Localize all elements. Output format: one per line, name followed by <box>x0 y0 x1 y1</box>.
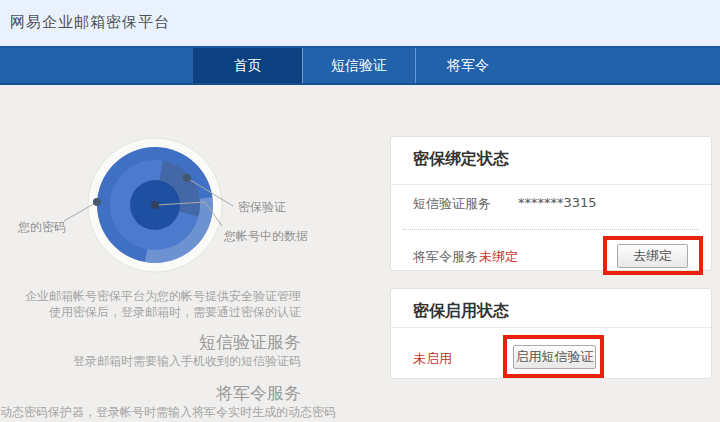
main-nav: 首页 短信验证 将军令 <box>0 46 720 85</box>
token-service-desc: 动态密码保护器，登录帐号时需输入将军令实时生成的动态密码 <box>0 404 301 420</box>
sms-service-desc: 登录邮箱时需要输入手机收到的短信验证码 <box>0 353 301 369</box>
binding-panel-title: 密保绑定状态 <box>413 149 509 170</box>
dot-verify <box>183 174 191 182</box>
diagram-core-disk <box>130 180 180 230</box>
diagram-outer-disk <box>97 147 213 263</box>
dotted-divider <box>403 229 699 230</box>
tab-general-token[interactable]: 将军令 <box>415 48 520 83</box>
enable-sms-button[interactable]: 启用短信验证 <box>513 345 596 369</box>
sms-service-title: 短信验证服务 <box>0 332 301 352</box>
panel-divider <box>391 327 711 328</box>
intro-line-1: 企业邮箱帐号密保平台为您的帐号提供安全验证管理 <box>0 288 301 304</box>
diagram-mid-disk <box>110 160 200 250</box>
tab-token-label: 将军令 <box>447 57 489 75</box>
token-service-row-label: 将军令服务 <box>413 248 478 266</box>
diagram-light-sector <box>145 197 213 263</box>
sms-masked-phone: *******3315 <box>518 195 597 210</box>
tab-sms-label: 短信验证 <box>331 57 387 75</box>
intro-line-2: 使用密保后，登录邮箱时，需要通过密保的认证 <box>0 304 301 320</box>
tab-home[interactable]: 首页 <box>193 48 302 83</box>
go-bind-button[interactable]: 去绑定 <box>617 244 688 268</box>
intro-text-block: 企业邮箱帐号密保平台为您的帐号提供安全验证管理 使用密保后，登录邮箱时，需要通过… <box>0 282 301 420</box>
label-account-data: 您帐号中的数据 <box>224 228 308 245</box>
token-unbound-status: 未绑定 <box>479 248 518 266</box>
diagram-halo-ring <box>88 138 222 272</box>
header: 网易企业邮箱密保平台 <box>0 0 720 46</box>
dot-password <box>93 198 101 206</box>
sms-service-row-label: 短信验证服务 <box>413 195 491 213</box>
binding-status-panel: 密保绑定状态 短信验证服务 *******3315 将军令服务 未绑定 去绑定 <box>390 136 712 271</box>
connector-password <box>64 202 97 221</box>
panel-divider <box>391 184 711 185</box>
enable-panel-title: 密保启用状态 <box>413 301 509 322</box>
tab-sms-verification[interactable]: 短信验证 <box>302 48 415 83</box>
token-service-title: 将军令服务 <box>0 383 301 403</box>
diagram-dark-sector <box>155 161 200 217</box>
dot-data <box>151 201 159 209</box>
enable-status-panel: 密保启用状态 未启用 启用短信验证 <box>390 288 712 379</box>
connector-verify <box>187 178 233 206</box>
label-security-verify: 密保验证 <box>238 199 286 216</box>
page-title: 网易企业邮箱密保平台 <box>10 13 170 32</box>
not-enabled-status: 未启用 <box>413 350 452 368</box>
connector-data <box>157 202 222 226</box>
security-platform-page: 网易企业邮箱密保平台 首页 短信验证 将军令 您的密码 <box>0 0 720 422</box>
tab-home-label: 首页 <box>234 57 262 75</box>
label-your-password: 您的密码 <box>18 219 66 236</box>
